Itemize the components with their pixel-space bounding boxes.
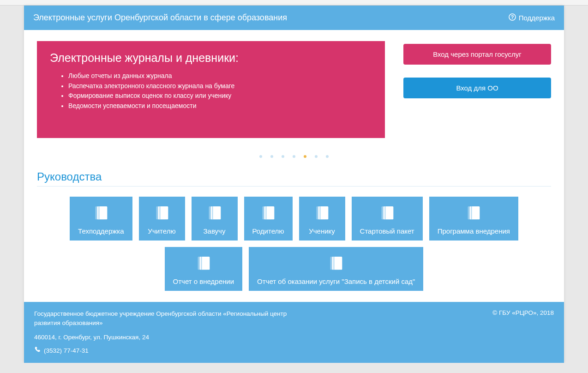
support-label: Поддержка — [519, 14, 555, 22]
hero-panel: Электронные журналы и дневники: Любые от… — [37, 41, 385, 138]
guides-row-1: ТехподдержкаУчителюЗавучуРодителюУченику… — [37, 197, 551, 241]
svg-rect-8 — [471, 206, 472, 219]
book-icon — [464, 204, 483, 223]
main-content: Электронные журналы и дневники: Любые от… — [24, 30, 564, 302]
guides-row-2: Отчет о внедренииОтчет об оказании услуг… — [37, 247, 551, 291]
footer-address: 460014, г. Оренбург, ул. Пушкинская, 24 — [34, 334, 554, 341]
footer-phone-number: (3532) 77-47-31 — [44, 347, 89, 354]
book-icon — [205, 204, 224, 223]
svg-rect-7 — [384, 206, 386, 219]
footer: Государственное бюджетное учреждение Оре… — [24, 302, 564, 363]
page-container: Электронные услуги Оренбургской области … — [24, 6, 564, 363]
guide-tile[interactable]: Стартовый пакет — [352, 197, 423, 241]
guide-tile-label: Стартовый пакет — [360, 227, 414, 235]
guide-tile[interactable]: Родителю — [244, 197, 293, 241]
guide-tile-label: Отчет об оказании услуги "Запись в детск… — [257, 277, 415, 285]
footer-phone: (3532) 77-47-31 — [34, 346, 554, 355]
hero-row: Электронные журналы и дневники: Любые от… — [37, 41, 551, 138]
guides-section: Руководства ТехподдержкаУчителюЗавучуРод… — [37, 170, 551, 291]
oo-login-button[interactable]: Вход для ОО — [403, 78, 551, 98]
login-buttons: Вход через портал госуслуг Вход для ОО — [403, 41, 551, 138]
guide-tile-label: Учителю — [147, 227, 177, 235]
phone-icon — [34, 346, 41, 355]
svg-rect-9 — [201, 257, 202, 270]
hero-bullet: Распечатка электронного классного журнал… — [68, 81, 372, 91]
footer-org: Государственное бюджетное учреждение Оре… — [34, 309, 293, 327]
book-icon — [313, 204, 331, 223]
svg-rect-4 — [212, 206, 213, 219]
hero-bullet: Любые отчеты из данных журнала — [68, 71, 372, 81]
guide-tile[interactable]: Завучу — [192, 197, 238, 241]
footer-top: Государственное бюджетное учреждение Оре… — [34, 309, 554, 327]
support-link[interactable]: ? Поддержка — [509, 13, 555, 22]
guide-tile[interactable]: Учителю — [139, 197, 185, 241]
guide-tile-label: Ученику — [307, 227, 337, 235]
book-icon — [92, 204, 110, 223]
hero-bullet-list: Любые отчеты из данных журнала Распечатк… — [50, 71, 372, 111]
guide-tile-label: Отчет о внедрении — [173, 277, 234, 285]
carousel-dot[interactable] — [304, 155, 306, 158]
guides-heading: Руководства — [37, 170, 551, 183]
help-icon: ? — [509, 13, 516, 22]
guide-tile-label: Техподдержка — [78, 227, 124, 235]
hero-title: Электронные журналы и дневники: — [50, 51, 372, 65]
guide-tile-label: Родителю — [252, 227, 284, 235]
book-icon — [378, 204, 396, 223]
footer-copyright: © ГБУ «РЦРО», 2018 — [492, 309, 554, 316]
svg-rect-2 — [98, 206, 100, 219]
guide-tile[interactable]: Программа внедрения — [429, 197, 518, 241]
guide-tile-label: Программа внедрения — [438, 227, 510, 235]
site-title: Электронные услуги Оренбургской области … — [33, 13, 287, 23]
hero-bullet: Ведомости успеваемости и посещаемости — [68, 101, 372, 111]
divider — [37, 186, 551, 186]
book-icon — [194, 254, 213, 273]
svg-rect-10 — [333, 257, 335, 270]
book-icon — [327, 254, 345, 273]
guide-tile[interactable]: Отчет о внедрении — [165, 247, 243, 291]
book-icon — [153, 204, 171, 223]
guide-tile[interactable]: Ученику — [299, 197, 345, 241]
book-icon — [259, 204, 277, 223]
carousel-dot[interactable] — [282, 155, 284, 158]
guide-tile-label: Завучу — [200, 227, 229, 235]
top-header: Электронные услуги Оренбургской области … — [24, 6, 564, 30]
svg-rect-5 — [265, 206, 267, 219]
svg-rect-3 — [159, 206, 161, 219]
carousel-dot[interactable] — [315, 155, 318, 158]
svg-rect-6 — [319, 206, 321, 219]
carousel-dot[interactable] — [326, 155, 329, 158]
gosuslugi-login-button[interactable]: Вход через портал госуслуг — [403, 44, 551, 65]
carousel-dot[interactable] — [259, 155, 262, 158]
browser-chrome — [0, 0, 588, 6]
hero-bullet: Формирование выписок оценок по классу ил… — [68, 91, 372, 101]
carousel-dot[interactable] — [270, 155, 273, 158]
guide-tile[interactable]: Техподдержка — [70, 197, 132, 241]
svg-text:?: ? — [510, 14, 514, 20]
guide-tile[interactable]: Отчет об оказании услуги "Запись в детск… — [249, 247, 423, 291]
carousel-indicators — [37, 152, 551, 159]
carousel-dot[interactable] — [293, 155, 295, 158]
